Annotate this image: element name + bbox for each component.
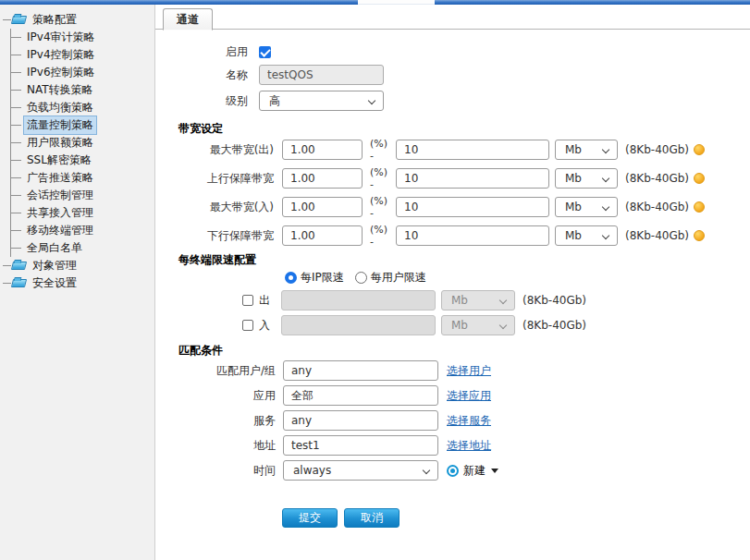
- percent-range-separator: (%) -: [370, 195, 394, 219]
- sidebar-item[interactable]: IPv4控制策略: [11, 46, 154, 64]
- enable-checkbox[interactable]: [259, 46, 271, 58]
- match-value-input[interactable]: [283, 360, 438, 381]
- direction-checkbox[interactable]: [242, 295, 253, 306]
- folder-icon: [11, 16, 27, 24]
- bandwidth-value-input[interactable]: [396, 140, 549, 160]
- tree-connector: [11, 195, 21, 196]
- sidebar-item[interactable]: 移动终端管理: [11, 222, 154, 239]
- submit-button[interactable]: 提交: [282, 508, 338, 528]
- unit-select[interactable]: Mb: [555, 197, 618, 217]
- percent-input[interactable]: [282, 197, 363, 217]
- unit-select[interactable]: Mb: [555, 140, 618, 160]
- tree-connector: [11, 72, 21, 73]
- caret-down-icon[interactable]: [491, 469, 498, 473]
- per-user-radio[interactable]: [355, 272, 367, 284]
- sidebar-item[interactable]: IPv6控制策略: [11, 64, 154, 81]
- sidebar-item[interactable]: 会话控制管理: [11, 187, 154, 204]
- policy-tree: 策略配置 IPv4审计策略 IPv4控制策略: [3, 11, 154, 292]
- range-hint: (8Kb-40Gb): [523, 294, 586, 307]
- time-select[interactable]: always: [283, 460, 438, 481]
- select-object-link[interactable]: 选择用户: [447, 363, 491, 379]
- tree-connector: [11, 248, 21, 249]
- bandwidth-row-label: 最大带宽(出): [155, 142, 274, 158]
- folder-icon: [11, 262, 27, 270]
- info-icon: [694, 173, 705, 184]
- select-object-link[interactable]: 选择地址: [447, 438, 491, 454]
- rate-value-input[interactable]: [281, 315, 436, 335]
- sidebar-item[interactable]: IPv4审计策略: [11, 29, 154, 46]
- bandwidth-value-input[interactable]: [396, 168, 549, 189]
- tree-connector: [3, 19, 11, 20]
- unit-select-value: Mb: [565, 143, 582, 156]
- tree-connector: [3, 265, 11, 266]
- folder-icon: [11, 279, 27, 287]
- match-value-input[interactable]: [283, 385, 438, 406]
- sidebar-item[interactable]: NAT转换策略: [11, 81, 154, 99]
- sidebar-item[interactable]: 流量控制策略: [11, 116, 154, 134]
- name-label: 名称: [155, 67, 248, 83]
- sidebar-item[interactable]: 用户限额策略: [11, 134, 154, 152]
- percent-input[interactable]: [282, 140, 363, 160]
- new-item-icon[interactable]: [447, 465, 459, 477]
- percent-range-separator: (%) -: [370, 166, 394, 190]
- unit-select[interactable]: Mb: [441, 315, 515, 335]
- rate-value-input[interactable]: [281, 290, 436, 310]
- direction-label: 出: [259, 293, 281, 309]
- tree-connector: [11, 107, 21, 108]
- chevron-down-icon: [368, 97, 375, 104]
- rate-limit-mode-row: 每IP限速 每用户限速: [285, 270, 750, 285]
- tree-connector: [11, 55, 21, 55]
- sidebar-item[interactable]: 全局白名单: [11, 239, 154, 257]
- time-select-value: always: [293, 464, 331, 477]
- terminal-rows: 出 Mb (8Kb-40Gb) 入 Mb: [155, 290, 750, 335]
- terminal-rate-row: 入 Mb (8Kb-40Gb): [155, 315, 750, 335]
- enable-row: 启用: [155, 44, 750, 59]
- direction-label: 入: [259, 318, 281, 334]
- sidebar-item-policy-config[interactable]: 策略配置: [3, 11, 154, 29]
- level-row: 级别 高: [155, 91, 750, 111]
- bandwidth-row: 下行保障带宽 (%) - Mb (8Kb-40Gb): [155, 224, 750, 248]
- sidebar-item[interactable]: 安全设置: [3, 274, 154, 292]
- match-row-label: 匹配用户/组: [155, 363, 276, 379]
- name-input[interactable]: [259, 65, 384, 85]
- chevron-down-icon: [602, 175, 609, 182]
- bandwidth-row: 上行保障带宽 (%) - Mb (8Kb-40Gb): [155, 166, 750, 190]
- per-user-radio-label: 每用户限速: [371, 270, 426, 286]
- bandwidth-value-input[interactable]: [396, 197, 549, 217]
- percent-range-separator: (%) -: [370, 224, 394, 248]
- level-select[interactable]: 高: [259, 91, 384, 111]
- percent-input[interactable]: [282, 168, 363, 189]
- range-hint: (8Kb-40Gb): [625, 201, 689, 213]
- tab-channel[interactable]: 通道: [163, 8, 213, 30]
- per-ip-radio[interactable]: [285, 272, 297, 284]
- match-value-input[interactable]: [283, 410, 438, 431]
- unit-select[interactable]: Mb: [441, 290, 515, 310]
- chevron-down-icon: [499, 322, 507, 329]
- app-window: 策略配置 IPv4审计策略 IPv4控制策略: [0, 0, 750, 560]
- unit-select[interactable]: Mb: [555, 168, 618, 189]
- match-value-input[interactable]: [283, 435, 438, 456]
- bandwidth-value-input[interactable]: [396, 225, 549, 246]
- select-object-link[interactable]: 选择服务: [447, 413, 491, 429]
- terminal-section-heading: 每终端限速配置: [178, 253, 750, 267]
- bandwidth-row-label: 下行保障带宽: [155, 228, 274, 244]
- match-row-label: 服务: [155, 413, 276, 429]
- sidebar-item[interactable]: 广告推送策略: [11, 169, 154, 187]
- match-rows: 匹配用户/组 选择用户 应用 选择应用 服务 选择服务 地址: [155, 360, 750, 456]
- sidebar-item[interactable]: 对象管理: [3, 257, 154, 274]
- match-row: 地址 选择地址: [155, 435, 750, 456]
- direction-checkbox[interactable]: [242, 320, 253, 331]
- sidebar-item[interactable]: 共享接入管理: [11, 204, 154, 222]
- select-object-link[interactable]: 选择应用: [447, 388, 491, 404]
- sidebar-item[interactable]: 负载均衡策略: [11, 99, 154, 116]
- unit-select[interactable]: Mb: [555, 225, 618, 246]
- per-ip-radio-label: 每IP限速: [301, 270, 344, 286]
- sidebar-item[interactable]: SSL解密策略: [11, 152, 154, 169]
- tree-connector: [11, 177, 21, 178]
- info-icon: [694, 201, 705, 213]
- percent-input[interactable]: [282, 225, 363, 246]
- range-hint: (8Kb-40Gb): [625, 172, 689, 185]
- tree-connector: [3, 283, 11, 284]
- chevron-down-icon: [602, 232, 609, 239]
- cancel-button[interactable]: 取消: [344, 508, 400, 528]
